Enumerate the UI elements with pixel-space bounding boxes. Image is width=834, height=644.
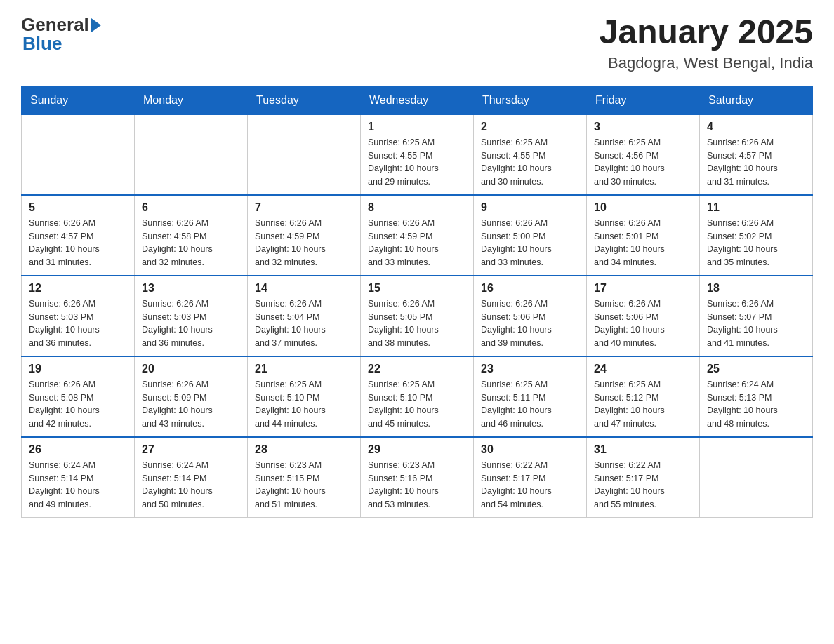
calendar-day-header: Thursday [474, 86, 587, 114]
day-info: Sunrise: 6:26 AM Sunset: 5:06 PM Dayligh… [594, 297, 692, 350]
day-info: Sunrise: 6:26 AM Sunset: 4:59 PM Dayligh… [368, 217, 466, 269]
calendar-cell: 26Sunrise: 6:24 AM Sunset: 5:14 PM Dayli… [22, 437, 135, 518]
day-info: Sunrise: 6:25 AM Sunset: 5:11 PM Dayligh… [481, 378, 579, 431]
day-number: 30 [481, 443, 579, 456]
day-number: 24 [594, 363, 692, 375]
day-number: 11 [707, 201, 805, 214]
day-info: Sunrise: 6:26 AM Sunset: 5:03 PM Dayligh… [29, 297, 127, 350]
day-info: Sunrise: 6:24 AM Sunset: 5:14 PM Dayligh… [29, 459, 127, 511]
calendar-cell: 23Sunrise: 6:25 AM Sunset: 5:11 PM Dayli… [474, 356, 587, 437]
calendar-title-block: January 2025 Bagdogra, West Bengal, Indi… [600, 14, 813, 72]
calendar-cell: 8Sunrise: 6:26 AM Sunset: 4:59 PM Daylig… [361, 195, 474, 276]
day-number: 23 [481, 363, 579, 375]
day-number: 21 [255, 363, 353, 375]
day-number: 26 [29, 443, 127, 456]
calendar-cell: 25Sunrise: 6:24 AM Sunset: 5:13 PM Dayli… [700, 356, 813, 437]
day-number: 4 [707, 121, 805, 133]
day-info: Sunrise: 6:26 AM Sunset: 5:02 PM Dayligh… [707, 217, 805, 269]
calendar-header-row: SundayMondayTuesdayWednesdayThursdayFrid… [22, 86, 813, 114]
calendar-cell: 21Sunrise: 6:25 AM Sunset: 5:10 PM Dayli… [248, 356, 361, 437]
calendar-cell: 14Sunrise: 6:26 AM Sunset: 5:04 PM Dayli… [248, 276, 361, 356]
calendar-cell: 18Sunrise: 6:26 AM Sunset: 5:07 PM Dayli… [700, 276, 813, 356]
day-info: Sunrise: 6:26 AM Sunset: 5:04 PM Dayligh… [255, 297, 353, 350]
calendar-cell: 24Sunrise: 6:25 AM Sunset: 5:12 PM Dayli… [587, 356, 700, 437]
calendar-cell: 22Sunrise: 6:25 AM Sunset: 5:10 PM Dayli… [361, 356, 474, 437]
calendar-cell: 27Sunrise: 6:24 AM Sunset: 5:14 PM Dayli… [135, 437, 248, 518]
calendar-day-header: Saturday [700, 86, 813, 114]
day-number: 6 [142, 201, 240, 214]
calendar-cell: 4Sunrise: 6:26 AM Sunset: 4:57 PM Daylig… [700, 114, 813, 195]
day-number: 9 [481, 201, 579, 214]
calendar-cell: 11Sunrise: 6:26 AM Sunset: 5:02 PM Dayli… [700, 195, 813, 276]
day-info: Sunrise: 6:26 AM Sunset: 5:00 PM Dayligh… [481, 217, 579, 269]
day-number: 16 [481, 282, 579, 295]
day-number: 27 [142, 443, 240, 456]
day-info: Sunrise: 6:26 AM Sunset: 5:06 PM Dayligh… [481, 297, 579, 350]
calendar-day-header: Friday [587, 86, 700, 114]
day-number: 5 [29, 201, 127, 214]
calendar-cell: 16Sunrise: 6:26 AM Sunset: 5:06 PM Dayli… [474, 276, 587, 356]
calendar-cell: 29Sunrise: 6:23 AM Sunset: 5:16 PM Dayli… [361, 437, 474, 518]
day-number: 19 [29, 363, 127, 375]
day-number: 17 [594, 282, 692, 295]
day-info: Sunrise: 6:26 AM Sunset: 4:59 PM Dayligh… [255, 217, 353, 269]
calendar-day-header: Wednesday [361, 86, 474, 114]
day-number: 29 [368, 443, 466, 456]
day-number: 13 [142, 282, 240, 295]
calendar-cell: 2Sunrise: 6:25 AM Sunset: 4:55 PM Daylig… [474, 114, 587, 195]
day-number: 12 [29, 282, 127, 295]
day-number: 31 [594, 443, 692, 456]
day-info: Sunrise: 6:25 AM Sunset: 4:55 PM Dayligh… [368, 136, 466, 189]
calendar-week-row: 5Sunrise: 6:26 AM Sunset: 4:57 PM Daylig… [22, 195, 813, 276]
day-number: 8 [368, 201, 466, 214]
calendar-subtitle: Bagdogra, West Bengal, India [600, 54, 813, 72]
day-number: 28 [255, 443, 353, 456]
logo: General Blue [21, 14, 101, 55]
day-info: Sunrise: 6:25 AM Sunset: 5:10 PM Dayligh… [255, 378, 353, 431]
day-number: 3 [594, 121, 692, 133]
logo-arrow-icon [91, 18, 101, 32]
calendar-week-row: 1Sunrise: 6:25 AM Sunset: 4:55 PM Daylig… [22, 114, 813, 195]
calendar-cell [248, 114, 361, 195]
day-info: Sunrise: 6:25 AM Sunset: 5:12 PM Dayligh… [594, 378, 692, 431]
calendar-cell: 28Sunrise: 6:23 AM Sunset: 5:15 PM Dayli… [248, 437, 361, 518]
calendar-cell: 31Sunrise: 6:22 AM Sunset: 5:17 PM Dayli… [587, 437, 700, 518]
day-info: Sunrise: 6:24 AM Sunset: 5:14 PM Dayligh… [142, 459, 240, 511]
calendar-day-header: Tuesday [248, 86, 361, 114]
calendar-cell: 7Sunrise: 6:26 AM Sunset: 4:59 PM Daylig… [248, 195, 361, 276]
calendar-title: January 2025 [600, 14, 813, 51]
calendar-cell: 5Sunrise: 6:26 AM Sunset: 4:57 PM Daylig… [22, 195, 135, 276]
day-number: 25 [707, 363, 805, 375]
day-number: 2 [481, 121, 579, 133]
day-number: 1 [368, 121, 466, 133]
calendar-cell: 3Sunrise: 6:25 AM Sunset: 4:56 PM Daylig… [587, 114, 700, 195]
calendar-week-row: 19Sunrise: 6:26 AM Sunset: 5:08 PM Dayli… [22, 356, 813, 437]
day-info: Sunrise: 6:26 AM Sunset: 5:05 PM Dayligh… [368, 297, 466, 350]
day-info: Sunrise: 6:22 AM Sunset: 5:17 PM Dayligh… [481, 459, 579, 511]
calendar-week-row: 26Sunrise: 6:24 AM Sunset: 5:14 PM Dayli… [22, 437, 813, 518]
calendar-cell [135, 114, 248, 195]
day-info: Sunrise: 6:26 AM Sunset: 5:01 PM Dayligh… [594, 217, 692, 269]
day-number: 14 [255, 282, 353, 295]
calendar-table: SundayMondayTuesdayWednesdayThursdayFrid… [21, 86, 813, 518]
calendar-day-header: Monday [135, 86, 248, 114]
day-info: Sunrise: 6:25 AM Sunset: 4:55 PM Dayligh… [481, 136, 579, 189]
calendar-cell: 30Sunrise: 6:22 AM Sunset: 5:17 PM Dayli… [474, 437, 587, 518]
calendar-cell: 1Sunrise: 6:25 AM Sunset: 4:55 PM Daylig… [361, 114, 474, 195]
day-number: 22 [368, 363, 466, 375]
day-number: 15 [368, 282, 466, 295]
day-info: Sunrise: 6:26 AM Sunset: 4:58 PM Dayligh… [142, 217, 240, 269]
calendar-cell: 10Sunrise: 6:26 AM Sunset: 5:01 PM Dayli… [587, 195, 700, 276]
calendar-cell: 15Sunrise: 6:26 AM Sunset: 5:05 PM Dayli… [361, 276, 474, 356]
day-info: Sunrise: 6:26 AM Sunset: 5:09 PM Dayligh… [142, 378, 240, 431]
day-info: Sunrise: 6:23 AM Sunset: 5:15 PM Dayligh… [255, 459, 353, 511]
day-number: 18 [707, 282, 805, 295]
page-header: General Blue January 2025 Bagdogra, West… [21, 14, 813, 72]
calendar-cell: 9Sunrise: 6:26 AM Sunset: 5:00 PM Daylig… [474, 195, 587, 276]
calendar-cell [700, 437, 813, 518]
calendar-day-header: Sunday [22, 86, 135, 114]
calendar-week-row: 12Sunrise: 6:26 AM Sunset: 5:03 PM Dayli… [22, 276, 813, 356]
day-info: Sunrise: 6:23 AM Sunset: 5:16 PM Dayligh… [368, 459, 466, 511]
day-info: Sunrise: 6:26 AM Sunset: 5:03 PM Dayligh… [142, 297, 240, 350]
calendar-cell: 6Sunrise: 6:26 AM Sunset: 4:58 PM Daylig… [135, 195, 248, 276]
